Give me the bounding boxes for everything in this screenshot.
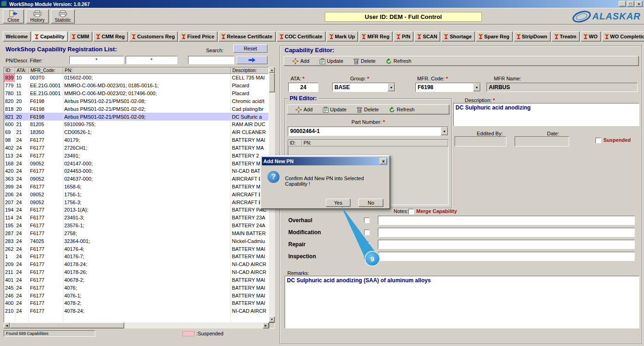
module-tab[interactable]: StripDown	[514, 31, 551, 42]
column-header-mfr-code[interactable]: MFR_Code:	[29, 67, 63, 74]
module-tab[interactable]: P/N	[394, 31, 413, 42]
scroll-up-button[interactable]: ▲	[269, 67, 275, 73]
table-row[interactable]: 820 20 F6198 Airbus PMS01-02-21/PMS01-02…	[4, 97, 268, 105]
yes-button[interactable]: Yes	[326, 199, 351, 207]
group-combo[interactable]: ▼	[332, 83, 395, 92]
module-tab[interactable]: MFR Reg	[359, 31, 393, 42]
table-row[interactable]: 207 24 09052 1756-3; AIRCRAFT E	[4, 198, 268, 206]
statistic-button[interactable]: Statistic	[51, 9, 75, 24]
close-window-button[interactable]: ×	[635, 1, 643, 7]
add-button[interactable]: Add	[290, 57, 312, 65]
description-field[interactable]: DC Sulphuric acid anodizing	[453, 103, 639, 126]
scroll-left-button[interactable]: ◀	[4, 322, 10, 328]
module-tab[interactable]: Treatm	[552, 31, 580, 42]
part-number-combo-value[interactable]	[288, 127, 441, 135]
refresh-button[interactable]: Refresh	[383, 57, 414, 65]
update-button[interactable]: Update	[317, 57, 346, 65]
pn-delete-button[interactable]: Delete	[354, 105, 382, 114]
maximize-button[interactable]: □	[627, 1, 634, 7]
no-button[interactable]: No	[358, 199, 383, 207]
part-number-combo[interactable]: ▼	[288, 127, 449, 136]
search-go-button[interactable]	[237, 56, 267, 64]
table-row[interactable]: 262 24 F6177 40176-4; BATTERY MAI	[4, 245, 268, 253]
scroll-down-button[interactable]: ▼	[269, 316, 275, 322]
dialog-close-icon[interactable]: ×	[380, 158, 387, 164]
table-row[interactable]: 839 10 003T0 015602-000; CELL 735 MAI	[4, 74, 268, 82]
pn-refresh-button[interactable]: Refresh	[386, 105, 418, 114]
table-row[interactable]: 287 24 F6177 2758; MAIN BATTER	[4, 230, 268, 237]
table-row[interactable]: 194 24 F6177 2013-1(A); BATTERY PAC	[4, 206, 268, 214]
module-tab[interactable]: WO	[581, 31, 601, 42]
table-row[interactable]: 113 24 F6177 23491; BATTERY 2	[4, 152, 268, 159]
module-tab[interactable]: Shortage	[441, 31, 475, 42]
column-header-pn[interactable]: PN:	[63, 67, 231, 74]
table-row[interactable]: 245 24 F6177 4076; BATTERY MAI	[4, 284, 268, 291]
table-row[interactable]: 246 24 F6177 4076-1; BATTERY MAI	[4, 291, 268, 299]
part-number-combo-arrow-icon[interactable]: ▼	[441, 127, 448, 135]
mfr-code-combo-arrow-icon[interactable]: ▼	[473, 83, 480, 91]
module-tab[interactable]: COC Certificate	[277, 31, 326, 42]
work-type-notes-input[interactable]	[378, 252, 635, 261]
ata-input[interactable]	[288, 83, 318, 92]
group-combo-arrow-icon[interactable]: ▼	[388, 83, 395, 91]
module-tab[interactable]: Release Certificate	[219, 31, 275, 42]
remarks-field[interactable]: DC Sulphuric acid anodizing (SAA) of alu…	[285, 276, 639, 328]
work-type-checkbox[interactable]	[364, 242, 370, 247]
table-row[interactable]: 363 24 09052 024637-000; AIRCRAFT E	[4, 175, 268, 183]
minimize-button[interactable]: _	[619, 1, 626, 7]
module-tab[interactable]: WO Completion	[602, 31, 644, 42]
search-input[interactable]	[188, 56, 234, 64]
column-header-ata[interactable]: ATA:	[15, 67, 29, 74]
work-type-checkbox[interactable]	[364, 230, 370, 235]
module-tab[interactable]: Capability	[32, 31, 68, 42]
merge-capability-checkbox[interactable]	[408, 209, 414, 214]
table-row[interactable]: 399 24 F6177 1658-6; BATTERY M	[4, 183, 268, 191]
pn-add-button[interactable]: Add	[293, 105, 316, 114]
vertical-scroll-thumb[interactable]	[269, 73, 275, 92]
work-type-notes-input[interactable]	[378, 228, 635, 237]
module-tab[interactable]: Mark Up	[327, 31, 358, 42]
table-row[interactable]: 818 20 F6198 Airbus PMS01-02-21/PMS01-02…	[4, 105, 268, 113]
reset-button[interactable]: Reset	[233, 44, 267, 53]
horizontal-scroll-thumb[interactable]	[10, 322, 124, 328]
table-row[interactable]: 210 24 F6177 4078-24; NI-CAD AIRCR	[4, 307, 268, 315]
suspended-checkbox[interactable]	[595, 138, 601, 143]
table-row[interactable]: 69 21 18350 CD00526-1; AIR CLEANER	[4, 128, 268, 136]
table-row[interactable]: 206 24 09052 1756-1; AIRCRAFT E	[4, 190, 268, 198]
table-row[interactable]: 401 24 F6177 40678-2; BATTERY MAI	[4, 276, 268, 284]
column-header-id[interactable]: ID:	[4, 67, 15, 74]
close-button[interactable]: Close	[3, 9, 24, 24]
table-row[interactable]: 600 21 81205 5910090-755; RAM AIR DUC	[4, 121, 268, 128]
delete-button[interactable]: Delete	[351, 57, 378, 65]
table-row[interactable]: 780 11 EE.21G.0001 MMRO-C-006-MD-0023/02…	[4, 90, 268, 97]
scroll-right-button[interactable]: ▶	[263, 322, 269, 328]
table-row[interactable]	[4, 315, 268, 322]
table-row[interactable]: 400 24 F6177 4078-2; BATTERY MAI	[4, 299, 268, 307]
module-tab[interactable]: Spare Reg	[476, 31, 512, 42]
table-row[interactable]: 168 24 09052 024147-000; BATTERY M	[4, 159, 268, 167]
table-row[interactable]: 420 24 F6177 024453-000; NI-CAD BAT	[4, 167, 268, 175]
horizontal-scrollbar[interactable]: ◀ ▶	[4, 322, 269, 328]
table-row[interactable]: 195 24 F6177 23576-1; BATTERY 24A	[4, 222, 268, 230]
module-tab[interactable]: CMM	[69, 31, 92, 42]
module-tab[interactable]: Fixed Price	[179, 31, 218, 42]
pn-list-header-pn[interactable]: PN:	[302, 140, 448, 146]
module-tab[interactable]: SCAN	[414, 31, 440, 42]
history-button[interactable]: History	[26, 9, 49, 24]
table-row[interactable]: 779 11 EE.21G.0001 MMRO-C-006-MD-0023/01…	[4, 82, 268, 90]
module-tab[interactable]: Customers Reg	[129, 31, 178, 42]
column-header-description[interactable]: Description:	[231, 67, 268, 74]
table-row[interactable]: 114 24 F6177 23491-3; BATTERY 23A	[4, 214, 268, 222]
table-row[interactable]: 209 24 F6177 40178-24; NI-CAD AIRCR	[4, 261, 268, 268]
pn-list-header-id[interactable]: ID:	[288, 140, 302, 146]
module-tab[interactable]: Welcome	[3, 31, 31, 42]
pn-filter-input[interactable]	[69, 56, 124, 64]
table-row[interactable]: 283 24 74025 32364-001; Nickel-Cadmiu	[4, 237, 268, 245]
table-row[interactable]: 98 24 F6177 40179; BATTERY MAI	[4, 136, 268, 144]
work-type-notes-input[interactable]	[378, 216, 635, 225]
mfr-code-combo[interactable]: ▼	[415, 83, 481, 92]
work-type-checkbox[interactable]	[364, 218, 370, 223]
table-row[interactable]: 821 20 F6198 Airbus PMS01-02-21/PMS01-02…	[4, 113, 268, 121]
description-filter-input[interactable]	[126, 56, 177, 64]
table-row[interactable]: 1 24 F6177 40176-7; BATTERY MAI	[4, 253, 268, 261]
